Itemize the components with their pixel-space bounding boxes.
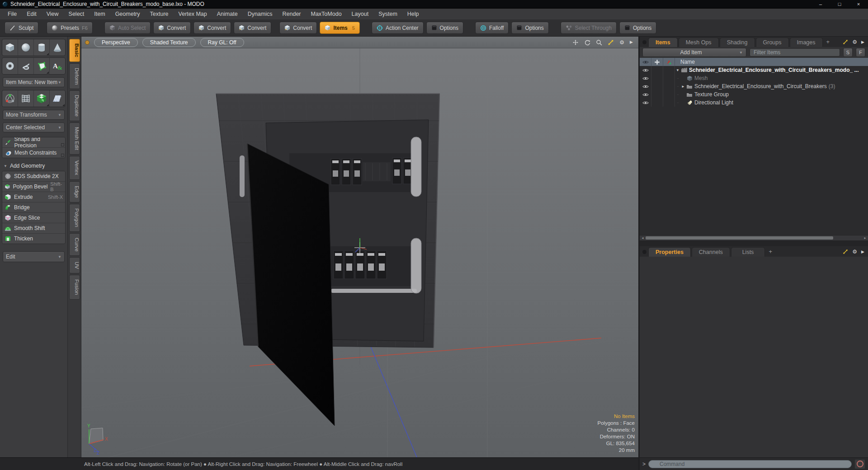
select-through-button[interactable]: Select Through <box>561 22 617 34</box>
menu-maxtomodo[interactable]: MaxToModo <box>306 9 347 19</box>
add-tab-button[interactable]: + <box>826 38 830 45</box>
tool-bridge[interactable]: Bridge <box>2 202 65 213</box>
center-selected-dropdown[interactable]: Center Selected ▼ <box>3 122 65 132</box>
menu-edit[interactable]: Edit <box>22 9 42 19</box>
tree-row-texture-group[interactable]: ·· Texture Group <box>640 90 868 99</box>
tab-lists[interactable]: Lists <box>731 247 765 257</box>
side-tab-vertex[interactable]: Vertex <box>69 156 80 180</box>
lock-toggle[interactable] <box>651 99 663 107</box>
tab-groups[interactable]: Groups <box>756 38 789 47</box>
menu-view[interactable]: View <box>42 9 64 19</box>
lock-toggle[interactable] <box>651 90 663 99</box>
menu-system[interactable]: System <box>373 9 402 19</box>
camera-mode-button[interactable]: Perspective <box>94 38 138 47</box>
zoom-icon[interactable] <box>596 39 602 46</box>
select-through-options-button[interactable]: Options <box>619 22 656 34</box>
tab-mesh-ops[interactable]: Mesh Ops <box>679 38 719 47</box>
scrollbar-thumb[interactable] <box>646 236 833 240</box>
ground-plane-item-button[interactable] <box>50 90 65 107</box>
pan-icon[interactable] <box>572 39 579 46</box>
mesh-item-button[interactable] <box>18 90 34 107</box>
filter-items-input[interactable] <box>750 48 840 56</box>
tab-images[interactable]: Images <box>790 38 823 47</box>
falloff-options-button[interactable]: Options <box>511 22 548 34</box>
tool-polygon-bevel[interactable]: Polygon Bevel Shift-B <box>2 182 65 192</box>
convert-polygons-button[interactable]: Convert <box>234 22 271 34</box>
render-toggle[interactable] <box>663 74 675 82</box>
sphere-primitive-button[interactable] <box>18 39 34 56</box>
render-column-header[interactable] <box>663 58 675 66</box>
tab-properties[interactable]: Properties <box>648 247 691 257</box>
scroll-right-icon[interactable]: ▸ <box>862 236 868 240</box>
item-tree-horizontal-scrollbar[interactable]: ◂ ▸ <box>640 235 868 240</box>
filter-mode-button[interactable]: F <box>856 48 865 57</box>
cube-primitive-button[interactable] <box>2 39 18 56</box>
side-tab-deform[interactable]: Deform <box>69 63 80 89</box>
visibility-toggle[interactable] <box>640 90 651 99</box>
torus-primitive-button[interactable] <box>2 58 18 74</box>
snaps-and-precision-button[interactable]: Snaps and Precision <box>2 137 65 148</box>
render-toggle[interactable] <box>663 82 675 90</box>
maximize-button[interactable]: □ <box>830 0 849 8</box>
edit-dropdown[interactable]: Edit ▼ <box>3 251 65 262</box>
tool-smooth-shift[interactable]: Smooth Shift <box>2 223 65 234</box>
auto-select-button[interactable]: Auto Select <box>104 22 151 34</box>
tool-edge-slice[interactable]: Edge Slice <box>2 213 65 223</box>
side-tab-mesh-edit[interactable]: Mesh Edit <box>69 122 80 155</box>
panel-flyout-icon[interactable]: ▶ <box>861 40 864 44</box>
menu-layout[interactable]: Layout <box>347 9 374 19</box>
text-tool-button[interactable]: A& <box>50 58 65 74</box>
cylinder-primitive-button[interactable] <box>34 39 50 56</box>
visibility-toggle[interactable] <box>640 74 651 82</box>
maximize-viewport-icon[interactable] <box>608 39 614 46</box>
raygl-toggle-button[interactable]: Ray GL: Off <box>200 38 244 47</box>
sculpt-button[interactable]: Sculpt <box>5 22 38 34</box>
menu-select[interactable]: Select <box>64 9 90 19</box>
tree-row-enclosure-group[interactable]: ·· ► Schneider_Electrical_Enclosure_with… <box>640 82 868 90</box>
lock-toggle[interactable] <box>651 74 663 82</box>
cone-primitive-button[interactable] <box>50 39 65 56</box>
maximize-panel-icon[interactable] <box>843 39 848 45</box>
menu-file[interactable]: File <box>3 9 22 19</box>
expand-arrow-icon[interactable]: ► <box>680 85 686 89</box>
locator-item-button[interactable] <box>2 90 18 107</box>
render-toggle[interactable] <box>663 90 675 99</box>
side-tab-fusion[interactable]: Fusion <box>69 275 80 300</box>
action-center-options-button[interactable]: Options <box>426 22 463 34</box>
menu-render[interactable]: Render <box>278 9 306 19</box>
menu-help[interactable]: Help <box>402 9 424 19</box>
visibility-toggle[interactable] <box>640 66 651 74</box>
convert-items-button[interactable]: Convert <box>279 22 317 34</box>
side-tab-curve[interactable]: Curve <box>69 233 80 256</box>
tab-channels[interactable]: Channels <box>692 247 730 257</box>
instance-item-button[interactable] <box>34 90 50 107</box>
menu-animate[interactable]: Animate <box>212 9 243 19</box>
viewport-state-dot[interactable] <box>85 40 90 45</box>
add-tab-button[interactable]: + <box>769 248 772 255</box>
menu-texture[interactable]: Texture <box>145 9 174 19</box>
render-toggle[interactable] <box>663 66 675 74</box>
items-mode-button[interactable]: Items 5 <box>320 22 359 34</box>
expand-arrow-icon[interactable]: ▼ <box>675 68 680 72</box>
tool-sds-subdivide[interactable]: SDS Subdivide 2X <box>2 171 65 182</box>
side-tab-polygon[interactable]: Polygon <box>69 204 80 232</box>
visibility-toggle[interactable] <box>640 82 651 90</box>
maximize-panel-icon[interactable] <box>843 249 848 254</box>
side-tab-edge[interactable]: Edge <box>69 181 80 202</box>
item-menu-dropdown[interactable]: Item Menu: New Item ▼ <box>3 77 65 87</box>
convert-vertices-button[interactable]: Convert <box>153 22 191 34</box>
side-tab-duplicate[interactable]: Duplicate <box>69 90 80 121</box>
menu-geometry[interactable]: Geometry <box>110 9 145 19</box>
menu-vertex-map[interactable]: Vertex Map <box>174 9 212 19</box>
viewport-canvas[interactable]: Y X Z No Items Polygons : Face Channels:… <box>81 48 638 457</box>
presets-button[interactable]: Presets F6 <box>47 22 93 34</box>
add-item-dropdown[interactable]: Add Item ▼ <box>642 48 746 57</box>
menu-item[interactable]: Item <box>89 9 110 19</box>
tool-thicken[interactable]: Thicken <box>2 234 65 244</box>
scroll-left-icon[interactable]: ◂ <box>640 236 646 240</box>
rotate-icon[interactable] <box>584 39 590 46</box>
side-tab-basic[interactable]: Basic <box>69 39 80 62</box>
add-geometry-section-header[interactable]: ▼ Add Geometry <box>2 162 66 170</box>
tree-row-mesh[interactable]: ·· Mesh <box>640 74 868 82</box>
menu-dynamics[interactable]: Dynamics <box>243 9 278 19</box>
